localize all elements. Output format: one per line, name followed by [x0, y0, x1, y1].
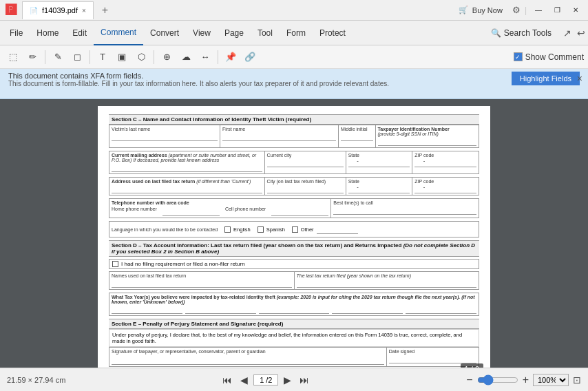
menu-view[interactable]: View: [186, 21, 218, 45]
toolbar-btn-1[interactable]: ⬚: [4, 48, 22, 66]
firstname-field[interactable]: [222, 131, 336, 141]
share-icon[interactable]: ↗: [563, 28, 571, 39]
middle-field[interactable]: [341, 131, 373, 141]
toolbar-btn-10[interactable]: ↔: [196, 48, 214, 66]
toolbar-btn-5[interactable]: T: [94, 48, 112, 66]
prev-page-button[interactable]: ◀: [238, 373, 251, 387]
zip-field[interactable]: -: [414, 158, 476, 167]
close-button[interactable]: ✕: [569, 5, 582, 15]
restore-button[interactable]: ❐: [550, 5, 565, 15]
spanish-label: Spanish: [266, 226, 285, 233]
menu-home[interactable]: Home: [30, 21, 65, 45]
toolbar-btn-6[interactable]: ▣: [113, 48, 131, 66]
first-page-button[interactable]: ⏮: [220, 373, 235, 387]
tin-field[interactable]: [378, 136, 476, 146]
name-table: Victim's last name First name Middle ini…: [109, 125, 479, 148]
city-field[interactable]: [267, 158, 344, 167]
tin-label: Taxpayer Identification Number: [378, 127, 476, 131]
pdf-tab[interactable]: 📄 f14039.pdf ×: [22, 1, 94, 19]
menu-convert[interactable]: Convert: [143, 21, 186, 45]
city-filed-field[interactable]: [267, 184, 344, 193]
add-tab-button[interactable]: +: [99, 4, 111, 17]
next-page-button[interactable]: ▶: [281, 373, 294, 387]
menu-bar: File Home Edit Comment Convert View Page…: [0, 21, 588, 45]
toolbar: ⬚ ✏ ✎ ◻ T ▣ ⬡ ⊕ ☁ ↔ 📌 🔗 ✓ Show Comment: [0, 45, 588, 69]
names-label: Names used on last filed tax return: [112, 273, 292, 278]
other-language-field[interactable]: [317, 224, 358, 234]
tab-close-btn[interactable]: ×: [82, 7, 86, 14]
page-input[interactable]: [253, 374, 278, 385]
state-filed-field[interactable]: -: [348, 184, 410, 193]
settings-icon[interactable]: ⚙: [512, 5, 521, 15]
fit-page-button[interactable]: ⊡: [573, 374, 581, 385]
city-label: Current city: [267, 153, 344, 158]
english-option[interactable]: English: [224, 226, 251, 233]
menu-protect[interactable]: Protect: [313, 21, 353, 45]
app-icon: 🅿: [6, 4, 17, 17]
banner-text: This document contains XFA form fields. …: [8, 72, 501, 87]
zoom-slider[interactable]: [477, 374, 518, 385]
home-phone-field[interactable]: [162, 207, 220, 216]
tax-year-2[interactable]: [185, 306, 256, 314]
spanish-option[interactable]: Spanish: [258, 226, 285, 233]
toolbar-btn-11[interactable]: 📌: [222, 48, 240, 66]
best-times-field[interactable]: [333, 205, 476, 215]
other-checkbox[interactable]: [292, 226, 298, 233]
zoom-out-button[interactable]: −: [466, 374, 472, 386]
toolbar-btn-3[interactable]: ✎: [49, 48, 67, 66]
zoom-select[interactable]: 100% 75% 125% 150%: [533, 374, 569, 386]
other-option[interactable]: Other: [292, 224, 358, 234]
search-tools-label: Search Tools: [504, 28, 552, 38]
zoom-in-button[interactable]: +: [523, 374, 529, 386]
nofiling-checkbox[interactable]: [112, 261, 118, 267]
spanish-checkbox[interactable]: [258, 226, 264, 233]
toolbar-btn-4[interactable]: ◻: [68, 48, 86, 66]
tax-year-5[interactable]: [406, 306, 476, 314]
zip-filed-field[interactable]: -: [414, 184, 476, 193]
tax-years-label: What Tax Year(s) you believe were impact…: [112, 295, 476, 304]
state-field[interactable]: -: [348, 158, 410, 167]
menu-page[interactable]: Page: [218, 21, 251, 45]
highlight-fields-button[interactable]: Highlight Fields: [512, 72, 580, 85]
mailing-field[interactable]: [112, 162, 262, 172]
menu-form[interactable]: Form: [280, 21, 313, 45]
tax-year-4[interactable]: [332, 306, 403, 314]
menu-file[interactable]: File: [3, 21, 30, 45]
tax-years-table: What Tax Year(s) you believe were impact…: [109, 293, 479, 316]
cell-phone-field[interactable]: [271, 207, 328, 216]
show-comment-checkbox[interactable]: ✓: [514, 52, 523, 61]
pdf-area[interactable]: Section C – Name and Contact Information…: [0, 99, 588, 368]
toolbar-btn-7[interactable]: ⬡: [132, 48, 150, 66]
show-comment-control[interactable]: ✓ Show Comment: [514, 52, 584, 62]
toolbar-btn-9[interactable]: ☁: [177, 48, 195, 66]
menu-edit[interactable]: Edit: [65, 21, 94, 45]
english-checkbox[interactable]: [224, 226, 231, 233]
last-return-field[interactable]: [297, 278, 477, 288]
buy-now-link[interactable]: 🛒: [459, 6, 468, 14]
tax-year-1[interactable]: [112, 306, 182, 314]
section-d-header: Section D – Tax Account Information: Las…: [109, 240, 479, 257]
buy-now-label[interactable]: Buy Now: [472, 6, 503, 14]
tax-year-3[interactable]: [259, 306, 330, 314]
banner-close-button[interactable]: ×: [577, 73, 582, 84]
other-label: Other: [301, 226, 314, 233]
menu-comment[interactable]: Comment: [94, 21, 143, 45]
last-page-button[interactable]: ⏭: [297, 373, 312, 387]
toolbar-btn-2[interactable]: ✏: [23, 48, 41, 66]
menu-tool[interactable]: Tool: [251, 21, 280, 45]
filed-address-field[interactable]: [112, 184, 262, 193]
banner-line2: This document is form-fillable. Fill in …: [8, 80, 501, 87]
signature-table: Signature of taxpayer, or representative…: [109, 347, 479, 367]
toolbar-btn-12[interactable]: 🔗: [241, 48, 259, 66]
toolbar-btn-8[interactable]: ⊕: [158, 48, 176, 66]
separator-icon: |: [525, 6, 527, 15]
minimize-button[interactable]: —: [531, 5, 546, 15]
search-tools-button[interactable]: 🔍 Search Tools: [485, 25, 558, 41]
date-signed-field[interactable]: [389, 354, 476, 363]
zip-label: ZIP code: [414, 153, 476, 158]
lastname-field[interactable]: [112, 131, 218, 141]
signature-field[interactable]: [112, 354, 384, 365]
date-signed-label: Date signed: [389, 349, 476, 354]
undo-icon[interactable]: ↩: [577, 28, 585, 39]
names-field[interactable]: [112, 278, 292, 288]
